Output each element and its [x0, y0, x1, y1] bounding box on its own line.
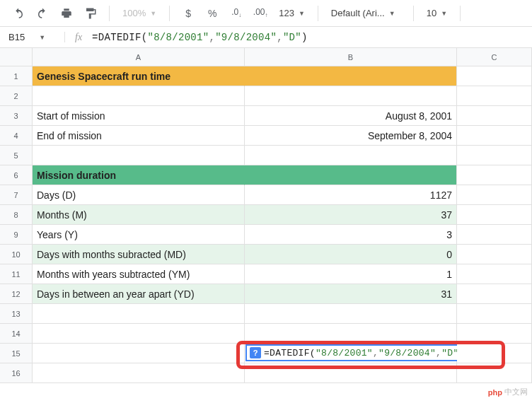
font-dropdown[interactable]: Default (Ari... ▼ — [327, 8, 405, 18]
row-header[interactable]: 15 — [0, 344, 33, 363]
cell-a13[interactable] — [33, 304, 245, 324]
row-header[interactable]: 1 — [0, 66, 33, 86]
row-header[interactable]: 13 — [0, 304, 33, 324]
cell-b7[interactable]: 1127 — [245, 185, 457, 205]
cell-b13[interactable] — [245, 304, 457, 324]
cell-a1[interactable]: Genesis Spacecraft run time — [33, 66, 245, 86]
percent-button[interactable]: % — [202, 4, 222, 23]
cell-c11[interactable] — [457, 264, 532, 284]
font-value: Default (Ari... — [331, 8, 385, 18]
currency-button[interactable]: $ — [178, 4, 198, 23]
zoom-value: 100% — [122, 8, 146, 18]
cell-a15[interactable] — [33, 344, 245, 363]
cell-c8[interactable] — [457, 205, 532, 225]
row-header[interactable]: 7 — [0, 185, 33, 205]
cell-c12[interactable] — [457, 284, 532, 304]
formula-bar: B15 ▼ fx =DATEDIF("8/8/2001","9/8/2004",… — [0, 27, 532, 48]
redo-button[interactable] — [33, 4, 52, 23]
row-header[interactable]: 12 — [0, 284, 33, 304]
row-header[interactable]: 11 — [0, 264, 33, 284]
row-header[interactable]: 16 — [0, 363, 33, 383]
cell-a11[interactable]: Months with years subtracted (YM) — [33, 264, 245, 284]
cell-b1[interactable] — [245, 66, 457, 86]
print-button[interactable] — [57, 4, 76, 23]
cell-c2[interactable] — [457, 86, 532, 106]
chevron-down-icon: ▼ — [441, 10, 447, 17]
cell-b9[interactable]: 3 — [245, 225, 457, 245]
formula-help-icon[interactable]: ? — [250, 347, 261, 358]
cell-a8[interactable]: Months (M) — [33, 205, 245, 225]
cell-c4[interactable] — [457, 126, 532, 146]
cell-a12[interactable]: Days in between an year apart (YD) — [33, 284, 245, 304]
cell-a2[interactable] — [33, 86, 245, 106]
spreadsheet-grid[interactable]: A B C 1 Genesis Spacecraft run time 2 3 … — [0, 48, 532, 383]
cell-b14[interactable] — [245, 324, 457, 344]
cell-b12[interactable]: 31 — [245, 284, 457, 304]
separator — [109, 6, 110, 21]
cell-a3[interactable]: Start of mission — [33, 106, 245, 126]
cell-c1[interactable] — [457, 66, 532, 86]
cell-c13[interactable] — [457, 304, 532, 324]
row-header[interactable]: 9 — [0, 225, 33, 245]
formula-arg2: "9/8/2004" — [215, 32, 277, 43]
increase-decimal-button[interactable]: .00↑ — [250, 4, 270, 23]
row-header[interactable]: 3 — [0, 106, 33, 126]
decrease-decimal-button[interactable]: .0↓ — [226, 4, 246, 23]
col-header-a[interactable]: A — [33, 48, 245, 66]
separator — [169, 6, 170, 21]
inline-formula-text: =DATEDIF("8/8/2001","9/8/2004","D") — [264, 348, 465, 358]
cell-c9[interactable] — [457, 225, 532, 245]
cell-a4[interactable]: End of mission — [33, 126, 245, 146]
cell-c3[interactable] — [457, 106, 532, 126]
cell-b3[interactable]: August 8, 2001 — [245, 106, 457, 126]
cell-a16[interactable] — [33, 363, 245, 383]
toolbar: 100% ▼ $ % .0↓ .00↑ 123 ▼ Default (Ari..… — [0, 0, 532, 27]
cell-ref-value: B15 — [8, 32, 25, 42]
row-header[interactable]: 8 — [0, 205, 33, 225]
row-header[interactable]: 10 — [0, 245, 33, 264]
corner-cell[interactable] — [0, 48, 33, 66]
cell-c14[interactable] — [457, 324, 532, 344]
cell-b10[interactable]: 0 — [245, 245, 457, 264]
row-header[interactable]: 2 — [0, 86, 33, 106]
numfmt-value: 123 — [279, 8, 294, 18]
font-size-dropdown[interactable]: 10 ▼ — [422, 8, 451, 18]
separator — [318, 6, 318, 21]
cell-a5[interactable] — [33, 146, 245, 165]
chevron-down-icon: ▼ — [299, 10, 305, 17]
fx-icon: fx — [75, 32, 82, 43]
row-header[interactable]: 5 — [0, 146, 33, 165]
cell-a7[interactable]: Days (D) — [33, 185, 245, 205]
cell-a9[interactable]: Years (Y) — [33, 225, 245, 245]
zoom-dropdown[interactable]: 100% ▼ — [118, 8, 161, 18]
row-header[interactable]: 6 — [0, 165, 33, 185]
cell-b16[interactable] — [245, 363, 457, 383]
formula-input[interactable]: =DATEDIF("8/8/2001","9/8/2004","D") — [92, 32, 308, 43]
cell-a14[interactable] — [33, 324, 245, 344]
number-format-dropdown[interactable]: 123 ▼ — [274, 8, 309, 18]
formula-arg3: "D" — [283, 32, 301, 43]
row-header[interactable]: 4 — [0, 126, 33, 146]
col-header-c[interactable]: C — [457, 48, 532, 66]
cell-b5[interactable] — [245, 146, 457, 165]
cell-b2[interactable] — [245, 86, 457, 106]
chevron-down-icon: ▼ — [150, 10, 156, 17]
cell-c16[interactable] — [457, 363, 532, 383]
cell-c7[interactable] — [457, 185, 532, 205]
cell-c6[interactable] — [457, 165, 532, 185]
col-header-b[interactable]: B — [245, 48, 457, 66]
cell-c15[interactable] — [457, 344, 532, 363]
row-header[interactable]: 14 — [0, 324, 33, 344]
cell-b6[interactable] — [245, 165, 457, 185]
cell-a10[interactable]: Days with months subracted (MD) — [33, 245, 245, 264]
cell-c5[interactable] — [457, 146, 532, 165]
cell-b8[interactable]: 37 — [245, 205, 457, 225]
cell-b4[interactable]: September 8, 2004 — [245, 126, 457, 146]
paint-format-button[interactable] — [81, 4, 100, 23]
cell-a6[interactable]: Mission duration — [33, 165, 245, 185]
cell-b15[interactable]: ? =DATEDIF("8/8/2001","9/8/2004","D") — [245, 344, 457, 363]
cell-c10[interactable] — [457, 245, 532, 264]
undo-button[interactable] — [8, 4, 28, 23]
name-box[interactable]: B15 ▼ — [8, 32, 65, 42]
cell-b11[interactable]: 1 — [245, 264, 457, 284]
